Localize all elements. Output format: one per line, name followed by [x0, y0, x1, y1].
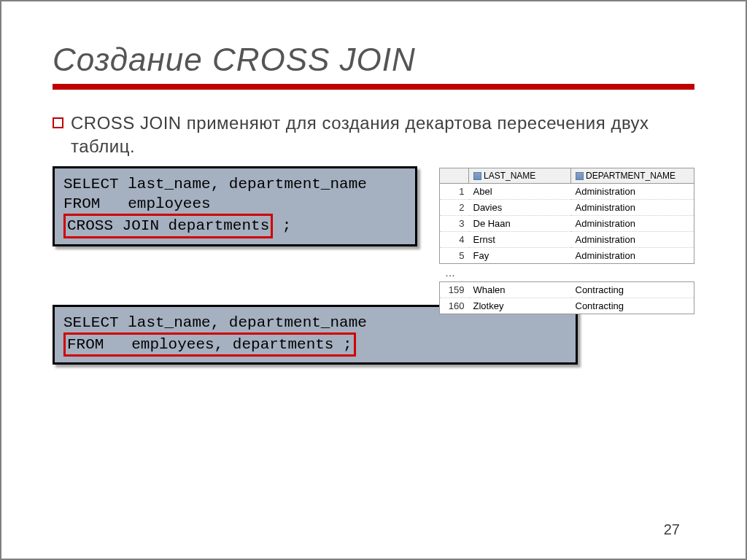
result-panel: LAST_NAME DEPARTMENT_NAME 1AbelAdministr… [439, 168, 694, 314]
sort-icon [576, 172, 584, 180]
table-row: 1AbelAdministration [440, 184, 694, 200]
column-header-department: DEPARTMENT_NAME [571, 168, 694, 184]
table-row: 5FayAdministration [440, 248, 694, 264]
rownum-header [440, 168, 469, 184]
result-table-1: LAST_NAME DEPARTMENT_NAME 1AbelAdministr… [439, 168, 694, 264]
slide: Создание CROSS JOIN CROSS JOIN применяют… [0, 0, 747, 560]
table-row: 2DaviesAdministration [440, 200, 694, 216]
sort-icon [473, 172, 481, 180]
table-row: 160ZlotkeyContracting [440, 298, 694, 314]
bullet-square-icon [53, 117, 63, 128]
highlighted-clause: CROSS JOIN departments [63, 214, 273, 238]
column-header-lastname: LAST_NAME [469, 168, 571, 184]
highlighted-clause: FROM employees, departments ; [63, 332, 356, 357]
ellipsis: … [439, 264, 694, 281]
page-number: 27 [664, 521, 680, 538]
code-tail: ; [273, 217, 291, 234]
title-underline [53, 84, 694, 90]
code-line: FROM employees [63, 195, 211, 212]
slide-title: Создание CROSS JOIN [53, 42, 694, 82]
code-line: SELECT last_name, department_name [63, 176, 367, 192]
table-row: 4ErnstAdministration [440, 232, 694, 248]
sql-code-block-1: SELECT last_name, department_name FROM e… [53, 166, 417, 246]
bullet-point: CROSS JOIN применяют для создания декарт… [53, 112, 694, 159]
result-table-2: 159WhalenContracting 160ZlotkeyContracti… [439, 281, 694, 314]
code-line: SELECT last_name, department_name [63, 314, 367, 331]
table-row: 159WhalenContracting [440, 282, 694, 298]
table-row: 3De HaanAdministration [440, 216, 694, 232]
bullet-text: CROSS JOIN применяют для создания декарт… [71, 112, 694, 159]
